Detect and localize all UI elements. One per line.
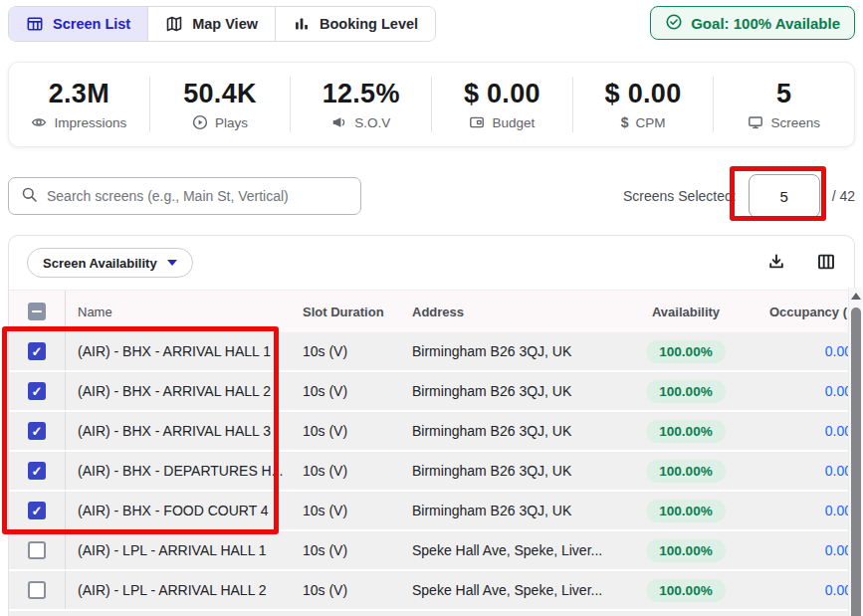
play-circle-icon: [192, 114, 208, 130]
goal-label: Goal: 100% Available: [691, 15, 840, 32]
table-row[interactable]: (AIR) - BHX - ARRIVAL HALL 3 10s (V) Bir…: [9, 412, 854, 452]
budget-value: $ 0.00: [464, 79, 540, 109]
screens-table-card: Screen Availability Name Slot Duration A…: [8, 235, 855, 616]
tab-screen-list[interactable]: Screen List: [9, 7, 148, 41]
table-row[interactable]: (AIR) - LPL - ARRIVAL HALL 1 10s (V) Spe…: [9, 531, 854, 571]
availability-badge: 100.00%: [646, 579, 725, 602]
table-row[interactable]: (AIR) - BHX - ARRIVAL HALL 1 10s (V) Bir…: [9, 332, 854, 372]
search-box: [8, 177, 361, 215]
stats-summary-card: 2.3M Impressions 50.4K Plays 12.5% S.O.V…: [8, 62, 855, 147]
search-row: Screens Selected: / 42: [8, 173, 855, 219]
tab-booking-level[interactable]: Booking Level: [276, 7, 435, 41]
row-checkbox[interactable]: [28, 462, 46, 480]
screen-address: Birmingham B26 3QJ, UK: [404, 463, 631, 479]
row-checkbox[interactable]: [28, 382, 46, 400]
stat-plays: 50.4K Plays: [150, 79, 291, 130]
stat-budget: $ 0.00 Budget: [432, 79, 572, 130]
row-checkbox[interactable]: [28, 581, 46, 599]
plays-label: Plays: [215, 115, 248, 130]
table-row[interactable]: (AIR) - BHX - DEPARTURES H... 10s (V) Bi…: [9, 452, 854, 492]
stat-impressions: 2.3M Impressions: [9, 79, 149, 130]
screen-booking-page: Screen List Map View Booking Level Goal:…: [0, 0, 863, 616]
header-slot-duration: Slot Duration: [295, 305, 404, 319]
table-scrollbar[interactable]: [848, 288, 862, 616]
cpm-label: CPM: [635, 115, 665, 130]
search-icon: [21, 186, 38, 207]
slot-duration: 10s (V): [295, 503, 404, 518]
table-body: (AIR) - BHX - ARRIVAL HALL 1 10s (V) Bir…: [9, 332, 854, 616]
table-toolbar: Screen Availability: [9, 236, 854, 290]
impressions-value: 2.3M: [49, 79, 109, 109]
table-row[interactable]: (AIR) - BHX - FOOD COURT 4 10s (V) Birmi…: [9, 492, 854, 531]
tab-label: Booking Level: [320, 16, 418, 32]
occupancy-value: 0.00: [741, 383, 854, 399]
tab-map-view[interactable]: Map View: [148, 7, 276, 41]
goal-status-badge: Goal: 100% Available: [650, 6, 855, 40]
download-button[interactable]: [766, 252, 786, 275]
stat-cpm: $ 0.00 $CPM: [573, 79, 714, 130]
slot-duration: 10s (V): [295, 423, 404, 439]
table-row-partial: [9, 611, 854, 616]
screens-selected-input[interactable]: [749, 174, 820, 218]
row-checkbox[interactable]: [28, 541, 46, 559]
table-icon: [26, 15, 44, 33]
screen-availability-dropdown[interactable]: Screen Availability: [27, 248, 193, 278]
stat-sov: 12.5% S.O.V: [291, 79, 431, 130]
table-row[interactable]: (AIR) - BHX - ARRIVAL HALL 2 10s (V) Bir…: [9, 372, 854, 412]
screens-value: 5: [776, 79, 791, 109]
header-availability: Availability: [631, 305, 741, 319]
row-checkbox[interactable]: [28, 422, 46, 440]
scrollbar-thumb[interactable]: [851, 308, 861, 616]
download-icon: [766, 252, 786, 275]
table-header-row: Name Slot Duration Address Availability …: [9, 290, 854, 332]
impressions-label: Impressions: [54, 115, 126, 130]
screen-address: Birmingham B26 3QJ, UK: [404, 343, 631, 359]
availability-badge: 100.00%: [646, 500, 725, 522]
screens-selected-group: Screens Selected: / 42: [623, 174, 855, 218]
columns-button[interactable]: [816, 252, 836, 275]
scrollbar-up-arrow[interactable]: [851, 293, 861, 300]
dollar-icon: $: [621, 114, 629, 130]
tab-label: Screen List: [53, 16, 130, 32]
row-checkbox[interactable]: [28, 502, 46, 519]
filter-label: Screen Availability: [43, 256, 157, 271]
table-row[interactable]: (AIR) - LPL - ARRIVAL HALL 2 10s (V) Spe…: [9, 571, 854, 611]
card-icon: [469, 114, 485, 130]
header-address: Address: [404, 305, 631, 319]
occupancy-value: 0.00: [741, 343, 854, 359]
megaphone-icon: [331, 114, 347, 130]
stat-screens: 5 Screens: [714, 79, 854, 130]
screen-name: (AIR) - BHX - ARRIVAL HALL 3: [66, 423, 295, 439]
screen-name: (AIR) - LPL - ARRIVAL HALL 1: [66, 542, 295, 558]
slot-duration: 10s (V): [295, 463, 404, 479]
sov-label: S.O.V: [354, 115, 390, 130]
search-input[interactable]: [47, 188, 348, 204]
screens-label: Screens: [770, 115, 820, 130]
select-all-checkbox[interactable]: [28, 303, 46, 320]
screen-address: Birmingham B26 3QJ, UK: [404, 423, 631, 439]
availability-badge: 100.00%: [646, 340, 725, 363]
screen-name: (AIR) - BHX - FOOD COURT 4: [66, 503, 295, 518]
sov-value: 12.5%: [323, 79, 400, 109]
screen-name: (AIR) - BHX - DEPARTURES H...: [66, 463, 295, 479]
cpm-value: $ 0.00: [605, 79, 682, 109]
availability-badge: 100.00%: [646, 420, 725, 443]
screen-name: (AIR) - LPL - ARRIVAL HALL 2: [66, 582, 295, 598]
tab-label: Map View: [192, 16, 258, 32]
screen-address: Birmingham B26 3QJ, UK: [404, 383, 631, 399]
bar-chart-icon: [293, 15, 311, 33]
plays-value: 50.4K: [183, 79, 257, 109]
budget-label: Budget: [492, 115, 535, 130]
check-circle-icon: [665, 13, 683, 34]
map-icon: [165, 15, 183, 33]
availability-badge: 100.00%: [646, 380, 725, 403]
screen-name: (AIR) - BHX - ARRIVAL HALL 2: [66, 383, 295, 399]
header-name: Name: [66, 305, 295, 319]
header-occupancy: Occupancy (: [741, 305, 854, 319]
chevron-down-icon: [167, 260, 177, 266]
screens-total-label: / 42: [832, 188, 855, 204]
slot-duration: 10s (V): [295, 582, 404, 598]
slot-duration: 10s (V): [295, 343, 404, 359]
row-checkbox[interactable]: [28, 342, 46, 360]
screen-name: (AIR) - BHX - ARRIVAL HALL 1: [66, 343, 295, 359]
